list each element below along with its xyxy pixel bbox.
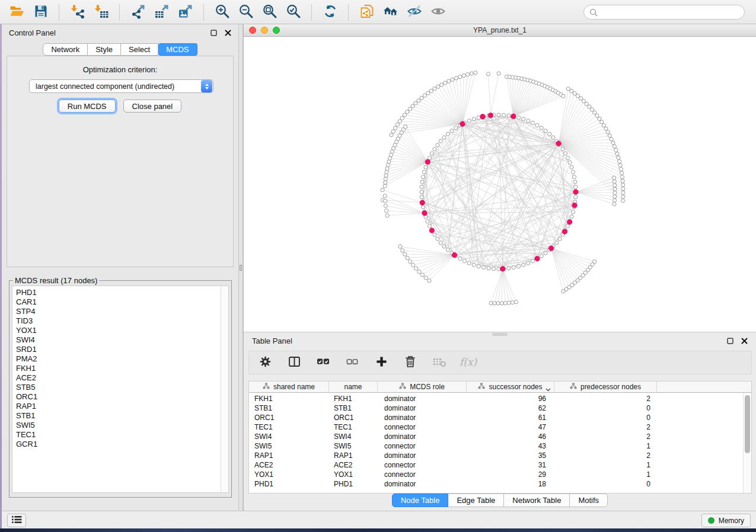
mcds-result-list[interactable]: PHD1CAR1STP4TID3YOX1SWI4SRD1PMA2FKH1ACE2… — [12, 286, 229, 493]
column-header-predecessor-nodes[interactable]: predecessor nodes — [554, 382, 657, 392]
zoom-selected-button[interactable] — [282, 2, 304, 22]
tab-network[interactable]: Network — [43, 43, 88, 56]
network-graph[interactable] — [244, 37, 755, 331]
column-header-successor-nodes[interactable]: successor nodes — [467, 382, 554, 392]
desktop-wallpaper — [0, 528, 756, 532]
tab-select[interactable]: Select — [121, 43, 158, 56]
column-header-shared-name[interactable]: shared name — [249, 382, 329, 392]
toolbar-separator — [311, 4, 312, 20]
close-table-panel-icon[interactable] — [741, 338, 748, 344]
splitter-handle-icon[interactable] — [240, 265, 242, 271]
tab-edge-table[interactable]: Edge Table — [448, 493, 504, 507]
open-file-button[interactable] — [6, 2, 28, 22]
search-box[interactable] — [583, 5, 745, 20]
show-all-button[interactable] — [427, 2, 449, 22]
deselect-all-icon — [346, 357, 359, 369]
column-type-icon — [263, 383, 270, 391]
add-button[interactable] — [373, 354, 390, 371]
export-network-button[interactable] — [127, 2, 149, 22]
select-all-button[interactable] — [315, 354, 331, 371]
column-header-name[interactable]: name — [329, 382, 378, 392]
mcds-scrollbar[interactable] — [221, 286, 228, 492]
list-item[interactable]: STP4 — [16, 307, 217, 316]
list-item[interactable]: PHD1 — [16, 288, 217, 297]
table-row[interactable]: ORC1ORC1dominator610 — [249, 413, 751, 422]
column-label: predecessor nodes — [580, 383, 641, 391]
refresh-view-button[interactable] — [319, 2, 341, 22]
table-row[interactable]: YOX1YOX1connector291 — [249, 470, 751, 479]
float-table-panel-icon[interactable] — [727, 338, 733, 344]
deselect-all-button[interactable] — [344, 354, 361, 371]
table-row[interactable]: RAP1RAP1dominator352 — [249, 451, 751, 460]
panel-splitter[interactable] — [238, 24, 243, 511]
gear-button[interactable] — [257, 354, 273, 371]
float-panel-icon[interactable] — [210, 30, 217, 36]
first-neighbors-button[interactable] — [379, 2, 401, 22]
refresh-view-icon — [323, 4, 338, 21]
show-panels-button[interactable] — [7, 514, 26, 527]
list-item[interactable]: STB5 — [16, 383, 217, 392]
toolbar-separator — [348, 4, 349, 20]
tab-motifs[interactable]: Motifs — [570, 493, 608, 507]
table-row[interactable]: STB1STB1dominator620 — [249, 403, 751, 413]
list-item[interactable]: STB1 — [16, 411, 217, 421]
save-session-button[interactable] — [30, 2, 52, 22]
zoom-in-button[interactable] — [211, 2, 233, 22]
zoom-out-button[interactable] — [235, 2, 257, 22]
table-panel: Table Panel f(x) shared namenameMCDS rol… — [243, 332, 756, 511]
list-item[interactable]: ACE2 — [16, 373, 217, 383]
list-item[interactable]: TEC1 — [16, 430, 217, 440]
import-network-button[interactable] — [66, 2, 88, 22]
table-scrollbar-thumb[interactable] — [745, 395, 750, 453]
optimization-criterion-select[interactable]: largest connected component (undirected) — [29, 79, 213, 93]
table-row[interactable]: ACE2ACE2connector311 — [249, 460, 751, 470]
export-image-button[interactable] — [174, 2, 196, 22]
list-item[interactable]: GCR1 — [16, 440, 217, 449]
table-row[interactable]: FKH1FKH1dominator962 — [249, 394, 751, 403]
close-panel-icon[interactable] — [225, 30, 231, 36]
list-item[interactable]: YOX1 — [16, 326, 217, 335]
trash-button[interactable] — [402, 354, 419, 371]
tab-node-table[interactable]: Node Table — [392, 493, 449, 507]
table-row[interactable]: SWI5SWI5connector431 — [249, 441, 751, 451]
clone-network-button[interactable] — [356, 2, 378, 22]
table-cell: RAP1 — [329, 451, 378, 460]
list-item[interactable]: RAP1 — [16, 402, 217, 411]
table-cell: TEC1 — [249, 423, 329, 431]
window-zoom-button[interactable] — [273, 27, 280, 34]
list-item[interactable]: SWI5 — [16, 421, 217, 430]
table-cell: 0 — [554, 414, 657, 422]
list-item[interactable]: PMA2 — [16, 354, 217, 364]
table-panel-grip[interactable] — [492, 333, 508, 336]
hide-selected-button[interactable] — [403, 2, 425, 22]
table-row[interactable]: TEC1TEC1connector472 — [249, 422, 751, 432]
list-item[interactable]: CAR1 — [16, 297, 217, 307]
list-item[interactable]: SRD1 — [16, 345, 217, 354]
list-item[interactable]: SWI4 — [16, 335, 217, 345]
search-input[interactable] — [601, 7, 744, 18]
tab-network-table[interactable]: Network Table — [504, 493, 570, 507]
window-minimize-button[interactable] — [261, 27, 268, 34]
list-item[interactable]: ORC1 — [16, 392, 217, 402]
zoom-fit-button[interactable] — [259, 2, 280, 22]
table-scrollbar[interactable] — [743, 393, 751, 493]
window-close-button[interactable] — [249, 27, 256, 34]
table-row[interactable]: PHD1PHD1dominator180 — [249, 479, 751, 489]
table-cell: PHD1 — [249, 480, 329, 488]
export-table-button[interactable] — [151, 2, 173, 22]
table-cell: YOX1 — [329, 470, 378, 479]
tab-mcds[interactable]: MCDS — [158, 43, 197, 56]
memory-button[interactable]: Memory — [701, 514, 751, 527]
column-header-MCDS-role[interactable]: MCDS role — [378, 382, 467, 392]
tab-style[interactable]: Style — [88, 43, 121, 56]
run-mcds-button[interactable]: Run MCDS — [59, 100, 116, 113]
list-item[interactable]: TID3 — [16, 316, 217, 326]
close-panel-button[interactable]: Close panel — [123, 100, 182, 113]
table-cell: ACE2 — [329, 461, 378, 469]
list-item[interactable]: FKH1 — [16, 364, 217, 373]
split-view-button[interactable] — [286, 354, 302, 371]
network-canvas[interactable] — [244, 37, 755, 331]
import-table-button[interactable] — [90, 2, 112, 22]
table-row[interactable]: SWI4SWI4dominator462 — [249, 432, 751, 441]
list-icon — [11, 515, 23, 526]
